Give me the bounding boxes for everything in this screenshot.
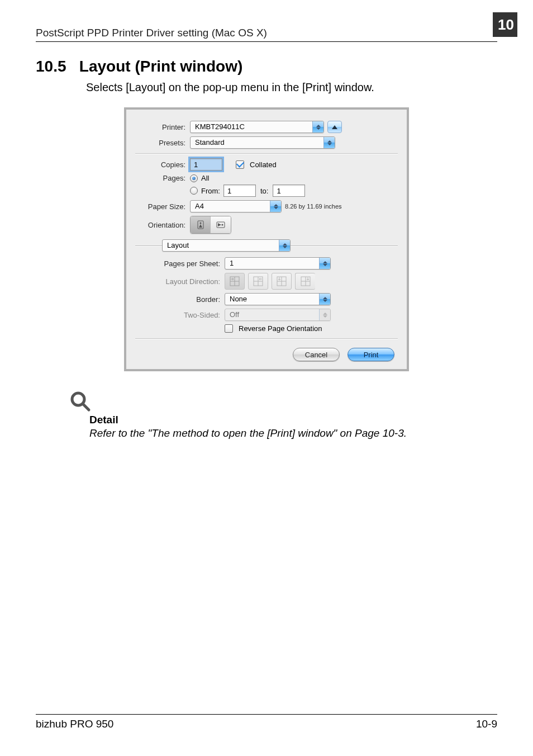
reverse-page-label: Reverse Page Orientation	[239, 324, 322, 333]
pages-per-sheet-dropdown[interactable]: 1	[225, 257, 331, 270]
svg-point-1	[199, 223, 201, 224]
pages-all-label: All	[201, 174, 209, 182]
section-intro: Selects [Layout] on the pop-up menu in t…	[86, 81, 497, 94]
chapter-number: 10	[498, 16, 514, 34]
layout-direction-group	[225, 273, 315, 290]
updown-icon	[279, 240, 290, 251]
orientation-segment	[190, 216, 231, 234]
pages-to-input[interactable]	[273, 185, 305, 197]
presets-value: Standard	[191, 137, 323, 148]
two-sided-label: Two-Sided:	[135, 311, 225, 319]
pages-all-radio[interactable]	[190, 174, 198, 182]
page-title: PostScript PPD Printer Driver setting (M…	[36, 27, 267, 39]
layout-direction-1[interactable]	[225, 273, 245, 290]
layout-direction-4[interactable]	[295, 273, 315, 290]
detail-heading: Detail	[89, 414, 497, 426]
updown-icon	[312, 121, 323, 133]
printer-expand-button[interactable]	[327, 121, 342, 133]
pages-from-label: From:	[201, 187, 220, 195]
printer-label: Printer:	[135, 123, 190, 131]
layout-direction-label: Layout Direction:	[135, 277, 225, 286]
print-dialog: Printer: KMBT294011C Presets:	[124, 107, 409, 371]
svg-line-17	[83, 404, 89, 410]
collated-checkbox[interactable]	[236, 160, 244, 169]
section-title: Layout (Print window)	[79, 58, 242, 75]
triangle-up-icon	[332, 125, 337, 129]
orientation-portrait[interactable]	[191, 216, 211, 233]
svg-point-3	[222, 224, 223, 226]
updown-icon	[323, 137, 335, 148]
border-dropdown[interactable]: None	[225, 293, 331, 305]
presets-dropdown[interactable]: Standard	[190, 136, 335, 149]
updown-icon	[319, 309, 330, 320]
reverse-page-checkbox[interactable]	[225, 324, 233, 333]
section-number: 10.5	[36, 58, 66, 75]
cancel-button[interactable]: Cancel	[293, 348, 340, 361]
layout-direction-3[interactable]	[272, 273, 292, 290]
border-value: None	[225, 294, 319, 305]
paper-dimensions: 8.26 by 11.69 inches	[285, 203, 342, 210]
paper-size-value: A4	[191, 201, 270, 212]
presets-label: Presets:	[135, 139, 190, 147]
footer-page-number: 10-9	[476, 718, 497, 730]
detail-body: Refer to the "The method to open the [Pr…	[89, 427, 497, 440]
updown-icon	[270, 201, 281, 212]
magnify-icon	[69, 405, 92, 414]
print-button[interactable]: Print	[348, 348, 394, 361]
copies-label: Copies:	[135, 160, 190, 169]
orientation-label: Orientation:	[135, 221, 190, 229]
pages-per-sheet-label: Pages per Sheet:	[135, 259, 225, 268]
updown-icon	[319, 258, 330, 269]
printer-dropdown[interactable]: KMBT294011C	[190, 121, 324, 133]
panel-dropdown[interactable]: Layout	[162, 239, 291, 252]
two-sided-value: Off	[225, 309, 319, 320]
paper-size-label: Paper Size:	[135, 202, 190, 211]
updown-icon	[319, 294, 330, 305]
panel-name: Layout	[163, 240, 279, 251]
cancel-label: Cancel	[305, 351, 327, 359]
pages-label: Pages:	[135, 174, 190, 182]
pages-per-sheet-value: 1	[225, 258, 319, 269]
two-sided-dropdown: Off	[225, 309, 331, 321]
chapter-tab: 10	[493, 12, 517, 37]
border-label: Border:	[135, 295, 225, 304]
print-label: Print	[364, 351, 379, 359]
orientation-landscape[interactable]	[211, 216, 231, 233]
layout-direction-2[interactable]	[248, 273, 268, 290]
pages-from-radio[interactable]	[190, 187, 198, 195]
pages-to-label: to:	[260, 187, 268, 195]
footer-product: bizhub PRO 950	[36, 718, 113, 730]
paper-size-dropdown[interactable]: A4	[190, 200, 282, 212]
printer-value: KMBT294011C	[191, 121, 312, 133]
collated-label: Collated	[250, 160, 277, 169]
pages-from-input[interactable]	[223, 185, 256, 197]
copies-input[interactable]	[190, 158, 222, 171]
